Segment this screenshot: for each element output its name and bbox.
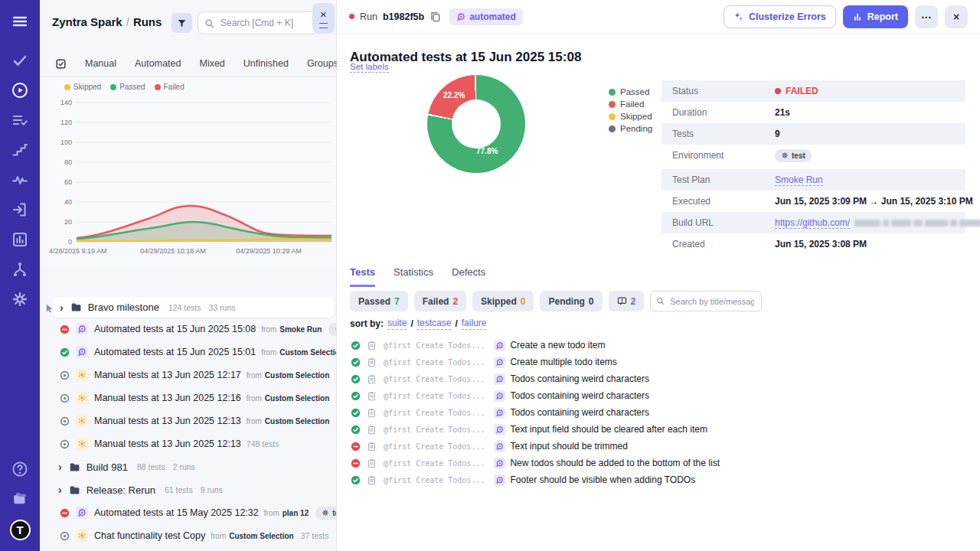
- run-source[interactable]: Custom Selection: [265, 417, 329, 425]
- tests-check-icon[interactable]: [11, 51, 29, 70]
- run-title[interactable]: Manual tests at 13 Jun 2025 12:13: [94, 439, 241, 449]
- folder-title[interactable]: Bravo milestone: [88, 302, 159, 313]
- legend-skipped[interactable]: Skipped: [609, 110, 652, 122]
- test-row[interactable]: @first Create Todos... Todos containing …: [337, 387, 980, 404]
- sort-by-testcase[interactable]: testcase: [417, 318, 452, 330]
- steps-icon[interactable]: [11, 141, 29, 159]
- milestone-row[interactable]: › Bravo milestone 124 tests 33 runs: [54, 297, 334, 318]
- runs-search[interactable]: [198, 11, 318, 34]
- legend-failed[interactable]: Failed: [609, 98, 652, 110]
- run-title[interactable]: Automated tests at 15 Jun 2025 15:01: [94, 347, 256, 357]
- copy-icon[interactable]: [430, 11, 441, 22]
- run-source[interactable]: Smoke Run: [279, 325, 322, 334]
- run-row[interactable]: Manual tests at 13 Jun 2025 12:17 from C…: [40, 364, 336, 386]
- chevron-right-icon[interactable]: ›: [60, 302, 64, 313]
- chevron-right-icon[interactable]: ›: [58, 484, 62, 495]
- test-title[interactable]: Footer should be visible when adding TOD…: [510, 474, 695, 485]
- sort-by-suite[interactable]: suite: [387, 318, 407, 330]
- test-suite[interactable]: @first Create Todos...: [384, 341, 485, 350]
- test-suite[interactable]: @first Create Todos...: [384, 392, 485, 400]
- test-suite[interactable]: @first Create Todos...: [384, 409, 485, 417]
- run-row[interactable]: Manual tests at 13 Jun 2025 12:13 from C…: [40, 409, 336, 432]
- tests-search-input[interactable]: [668, 296, 756, 307]
- panel-close-button[interactable]: ×: [312, 3, 335, 34]
- folder-title[interactable]: Release: Rerun: [87, 484, 155, 496]
- legend-pending[interactable]: Pending: [609, 122, 652, 135]
- test-row[interactable]: @first Create Todos... Todos containing …: [337, 370, 980, 387]
- tab-unfinished[interactable]: Unfinished: [243, 58, 289, 69]
- build-url-link[interactable]: https://github.com/: [775, 217, 850, 229]
- legend-passed[interactable]: Passed: [110, 83, 145, 91]
- run-source[interactable]: plan 12: [283, 509, 309, 517]
- analytics-pulse-icon[interactable]: [11, 171, 29, 189]
- select-all-icon[interactable]: [55, 58, 67, 70]
- run-row[interactable]: Chat functinality test Copy from Custom …: [40, 524, 336, 547]
- tab-mixed[interactable]: Mixed: [199, 58, 224, 69]
- environment-badge[interactable]: test: [775, 149, 812, 162]
- app-logo[interactable]: T: [10, 520, 31, 540]
- run-row[interactable]: Automated tests at 15 Jun 2025 15:08 fro…: [40, 318, 336, 341]
- automated-badge[interactable]: automated: [449, 8, 523, 25]
- tests-search[interactable]: [650, 291, 762, 311]
- run-source[interactable]: Custom Selection: [265, 394, 329, 403]
- folder-title[interactable]: Build 981: [87, 461, 128, 473]
- test-title[interactable]: Text input field should be cleared after…: [510, 424, 707, 435]
- folder-row[interactable]: › Release: Rerun 61 tests 9 runs: [40, 478, 336, 501]
- folder-row[interactable]: › Build 981 88 tests 2 runs: [40, 455, 336, 478]
- test-row[interactable]: @first Create Todos... Todos containing …: [337, 404, 980, 421]
- run-title[interactable]: Chat functinality test Copy: [94, 530, 205, 541]
- run-row[interactable]: Automated tests at 15 May 2025 12:32 fro…: [40, 501, 336, 524]
- reports-chart-icon[interactable]: [11, 230, 29, 249]
- settings-gear-icon[interactable]: [11, 290, 29, 308]
- tab-automated[interactable]: Automated: [135, 58, 181, 69]
- run-row[interactable]: Manual tests at 13 Jun 2025 12:16 from C…: [40, 386, 336, 409]
- run-source[interactable]: Custom Selection: [229, 532, 293, 540]
- close-run-button[interactable]: ×: [945, 5, 968, 28]
- chip-failed[interactable]: Failed2: [414, 291, 466, 311]
- run-title[interactable]: Manual tests at 13 Jun 2025 12:17: [94, 370, 241, 380]
- test-suite[interactable]: @first Create Todos...: [384, 442, 485, 451]
- legend-passed[interactable]: Passed: [609, 86, 652, 98]
- test-title[interactable]: Create multiple todo items: [510, 357, 616, 367]
- test-title[interactable]: Todos containing weird characters: [510, 373, 648, 384]
- test-suite[interactable]: @first Create Todos...: [384, 476, 485, 484]
- runs-play-icon[interactable]: [11, 81, 29, 99]
- test-plan-link[interactable]: Smoke Run: [775, 174, 823, 186]
- test-title[interactable]: Todos containing weird characters: [510, 390, 648, 401]
- more-actions-button[interactable]: ⋯: [915, 5, 938, 28]
- test-suite[interactable]: @first Create Todos...: [384, 358, 485, 367]
- run-source[interactable]: Custom Selection: [265, 371, 329, 380]
- chip-comments[interactable]: 2: [609, 291, 645, 311]
- test-title[interactable]: New todos should be added to the bottom …: [510, 458, 720, 468]
- run-row[interactable]: Automated tests at 15 Jun 2025 15:01 fro…: [40, 341, 336, 364]
- report-button[interactable]: Report: [843, 5, 908, 28]
- run-source[interactable]: Custom Selection: [279, 348, 336, 357]
- run-title[interactable]: Automated tests at 15 Jun 2025 15:08: [94, 324, 256, 334]
- chip-skipped[interactable]: Skipped0: [472, 291, 534, 311]
- legend-failed[interactable]: Failed: [155, 83, 185, 91]
- runs-search-input[interactable]: [219, 17, 312, 29]
- legend-skipped[interactable]: Skipped: [64, 83, 101, 91]
- test-row[interactable]: @first Create Todos... Text input should…: [337, 438, 980, 455]
- menu-icon[interactable]: [11, 12, 29, 31]
- test-title[interactable]: Todos containing weird characters: [510, 407, 648, 418]
- run-title[interactable]: Manual tests at 13 Jun 2025 12:13: [94, 416, 241, 426]
- test-suite[interactable]: @first Create Todos...: [384, 459, 485, 468]
- clusterize-errors-button[interactable]: Clusterize Errors: [724, 5, 836, 28]
- test-row[interactable]: @first Create Todos... Create multiple t…: [337, 354, 980, 370]
- chip-passed[interactable]: Passed7: [350, 291, 408, 311]
- test-title[interactable]: Create a new todo item: [510, 340, 605, 350]
- filter-button[interactable]: [172, 13, 192, 33]
- import-icon[interactable]: [11, 201, 29, 219]
- tab-manual[interactable]: Manual: [85, 58, 116, 69]
- tab-defects[interactable]: Defects: [452, 266, 485, 287]
- run-row[interactable]: Manual tests at 13 Jun 2025 12:13 748 te…: [40, 432, 336, 455]
- test-row[interactable]: @first Create Todos... New todos should …: [337, 455, 980, 471]
- set-labels-link[interactable]: Set labels: [350, 62, 389, 73]
- run-title[interactable]: Automated tests at 15 May 2025 12:32: [94, 507, 259, 518]
- breadcrumb-project[interactable]: Zyntra Spark: [52, 15, 122, 28]
- test-row[interactable]: @first Create Todos... Text input field …: [337, 421, 980, 438]
- test-plans-icon[interactable]: [11, 111, 29, 129]
- tab-groups[interactable]: Groups: [307, 58, 338, 69]
- sort-by-failure[interactable]: failure: [462, 318, 487, 330]
